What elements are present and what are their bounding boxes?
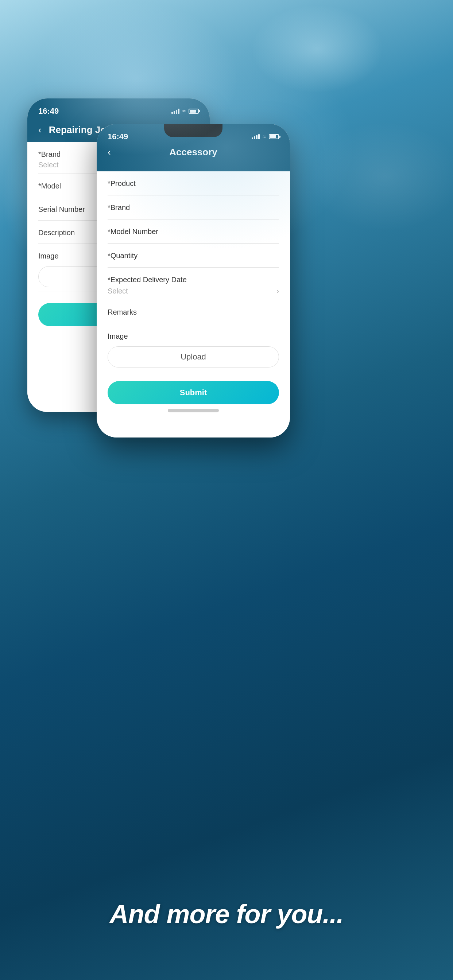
background-texture	[0, 0, 453, 980]
